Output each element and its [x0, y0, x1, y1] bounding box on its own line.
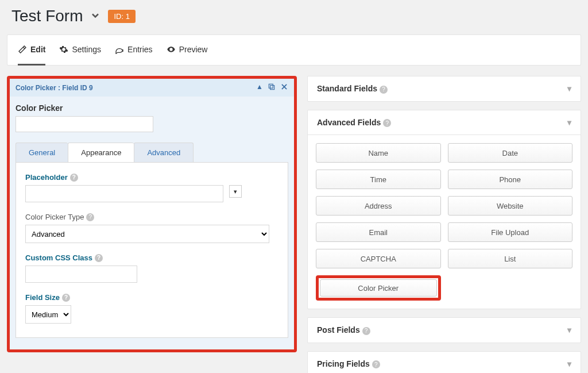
settings-tabs: General Appearance Advanced: [16, 143, 288, 162]
settings-body: Placeholder ? ▾ Color Picker Type ? Adva…: [16, 162, 288, 338]
placeholder-label: Placeholder ?: [25, 173, 278, 182]
add-field-phone[interactable]: Phone: [448, 170, 573, 189]
help-icon[interactable]: ?: [380, 86, 388, 94]
add-field-colorpicker[interactable]: Color Picker: [320, 279, 437, 297]
css-class-input[interactable]: [25, 266, 137, 283]
page-header: Test Form ID: 1: [7, 7, 581, 25]
add-field-list[interactable]: List: [448, 249, 573, 268]
add-field-email[interactable]: Email: [316, 222, 441, 242]
colorpicker-type-label: Color Picker Type ?: [25, 213, 278, 221]
chevron-down-icon: ▾: [567, 118, 571, 127]
svg-rect-0: [269, 84, 273, 88]
add-field-website[interactable]: Website: [448, 196, 573, 216]
colorpicker-type-select[interactable]: Advanced: [25, 225, 269, 243]
nav-edit[interactable]: Edit: [18, 34, 45, 66]
field-size-label: Field Size ?: [25, 293, 278, 302]
field-size-select[interactable]: Medium: [25, 305, 71, 324]
panel-header-post[interactable]: Post Fields ? ▾: [308, 318, 581, 343]
panel-header-pricing[interactable]: Pricing Fields ? ▾: [308, 352, 581, 374]
add-field-captcha[interactable]: CAPTCHA: [316, 249, 441, 268]
id-badge: ID: 1: [108, 10, 135, 23]
svg-rect-1: [270, 86, 274, 90]
eye-icon: [167, 45, 176, 54]
add-field-time[interactable]: Time: [316, 170, 441, 189]
chevron-down-icon: ▾: [567, 325, 571, 334]
pencil-icon: [18, 45, 27, 54]
panel-pricing-fields: Pricing Fields ? ▾: [307, 351, 581, 374]
chevron-down-icon: ▾: [567, 84, 571, 93]
gear-icon: [59, 45, 68, 54]
tab-advanced[interactable]: Advanced: [134, 143, 194, 162]
help-icon[interactable]: ?: [62, 294, 70, 302]
panel-advanced-fields: Advanced Fields ? ▾ Name Date Time Phone…: [307, 110, 581, 310]
highlight-colorpicker: Color Picker: [316, 275, 441, 301]
tab-general[interactable]: General: [16, 143, 68, 162]
form-title: Test Form: [11, 7, 83, 25]
chevron-down-icon: ▾: [567, 359, 571, 368]
panel-standard-fields: Standard Fields ? ▾: [307, 76, 581, 102]
field-header-title: Color Picker : Field ID 9: [16, 84, 93, 92]
placeholder-input[interactable]: [25, 185, 223, 202]
add-field-date[interactable]: Date: [448, 143, 573, 163]
panel-post-fields: Post Fields ? ▾: [307, 317, 581, 343]
main-nav: Edit Settings Entries Preview: [7, 34, 581, 66]
merge-tag-button[interactable]: ▾: [229, 185, 242, 198]
collapse-icon[interactable]: ▲: [256, 83, 263, 93]
help-icon[interactable]: ?: [95, 254, 103, 262]
css-class-label: Custom CSS Class ?: [25, 253, 278, 262]
tab-appearance[interactable]: Appearance: [68, 143, 134, 162]
close-icon[interactable]: [280, 83, 288, 93]
duplicate-icon[interactable]: [268, 83, 276, 93]
nav-entries[interactable]: Entries: [115, 34, 153, 66]
chevron-down-icon[interactable]: [90, 10, 101, 23]
help-icon[interactable]: ?: [383, 119, 391, 127]
panel-header-advanced[interactable]: Advanced Fields ? ▾: [308, 110, 581, 135]
add-field-address[interactable]: Address: [316, 196, 441, 216]
field-preview: Color Picker: [10, 97, 294, 143]
help-icon[interactable]: ?: [70, 174, 78, 182]
nav-preview[interactable]: Preview: [167, 34, 208, 66]
add-field-fileupload[interactable]: File Upload: [448, 222, 573, 242]
field-editor-header[interactable]: Color Picker : Field ID 9 ▲: [10, 79, 294, 97]
field-editor: Color Picker : Field ID 9 ▲ Color Picker: [7, 76, 297, 352]
field-preview-label: Color Picker: [16, 103, 288, 113]
nav-settings[interactable]: Settings: [59, 34, 101, 66]
help-icon[interactable]: ?: [372, 360, 380, 368]
add-field-name[interactable]: Name: [316, 143, 441, 163]
color-preview-input[interactable]: [16, 116, 153, 132]
help-icon[interactable]: ?: [362, 327, 370, 335]
help-icon[interactable]: ?: [86, 213, 94, 221]
panel-header-standard[interactable]: Standard Fields ? ▾: [308, 76, 581, 101]
comment-icon: [115, 45, 124, 54]
